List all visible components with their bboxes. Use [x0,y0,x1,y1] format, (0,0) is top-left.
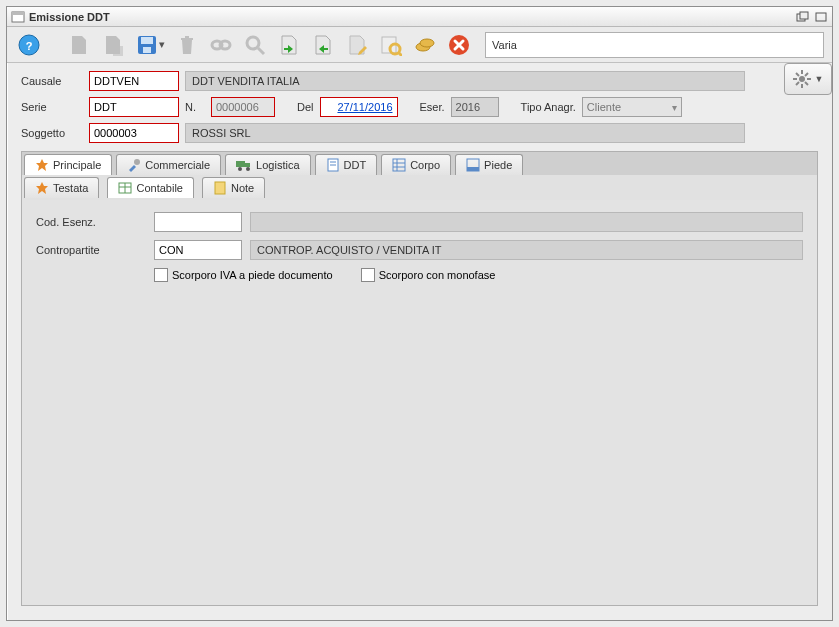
tab-label: Piede [484,159,512,171]
maximize-icon[interactable] [814,11,828,23]
scorporo-iva-checkbox[interactable]: Scorporo IVA a piede documento [154,268,333,282]
checkbox-label: Scorporo IVA a piede documento [172,269,333,281]
svg-point-34 [238,167,242,171]
svg-rect-1 [12,12,24,15]
context-display: Varia [485,32,824,58]
checkbox-label: Scorporo con monofase [379,269,496,281]
svg-marker-45 [36,182,48,194]
app-icon [11,10,25,24]
serie-field[interactable]: DDT [89,97,179,117]
svg-marker-30 [36,159,48,171]
svg-line-17 [399,53,402,56]
minimize-restore-icon[interactable] [796,11,810,23]
numero-label: N. [185,101,205,113]
edit-doc-button[interactable] [343,31,371,59]
svg-rect-33 [245,163,250,167]
import-button[interactable] [275,31,303,59]
numero-field[interactable]: 0000006 [211,97,275,117]
svg-point-35 [246,167,250,171]
svg-rect-4 [816,13,826,21]
window-title: Emissione DDT [29,11,792,23]
link-button[interactable] [207,31,235,59]
tipoanagr-select[interactable]: Cliente [582,97,682,117]
scorporo-monofase-checkbox[interactable]: Scorporo con monofase [361,268,496,282]
codesenz-label: Cod. Esenz. [36,216,146,228]
svg-point-31 [134,159,140,165]
eser-label: Eser. [420,101,445,113]
contropartite-field[interactable]: CON [154,240,242,260]
checkbox-box [154,268,168,282]
soggetto-field[interactable]: 0000003 [89,123,179,143]
export-button[interactable] [309,31,337,59]
titlebar: Emissione DDT [7,7,832,27]
causale-value: DDTVEN [94,75,139,87]
del-label: Del [297,101,314,113]
sub-tabstrip: Testata Contabile Note [21,175,818,200]
svg-line-27 [805,82,808,85]
serie-value: DDT [94,101,117,113]
svg-line-28 [805,73,808,76]
new-doc-button[interactable] [65,31,93,59]
ledger-icon [118,181,132,195]
tab-label: Logistica [256,159,299,171]
footer-icon [466,158,480,172]
svg-rect-39 [393,159,405,171]
tab-logistica[interactable]: Logistica [225,154,310,175]
subtab-note[interactable]: Note [202,177,265,198]
tab-label: Corpo [410,159,440,171]
svg-text:?: ? [26,40,33,52]
checkbox-box [361,268,375,282]
svg-point-21 [799,76,805,82]
svg-rect-44 [467,167,479,171]
trash-button[interactable] [173,31,201,59]
codesenz-field[interactable] [154,212,242,232]
tipoanagr-label: Tipo Anagr. [521,101,576,113]
svg-line-29 [796,82,799,85]
star-icon [35,181,49,195]
svg-rect-32 [236,161,245,167]
note-icon [213,181,227,195]
tab-label: DDT [344,159,367,171]
causale-field[interactable]: DDTVEN [89,71,179,91]
svg-point-13 [247,37,259,49]
tipoanagr-value: Cliente [587,101,621,113]
tab-ddt[interactable]: DDT [315,154,378,175]
tab-corpo[interactable]: Corpo [381,154,451,175]
tools-icon [127,158,141,172]
svg-rect-7 [113,46,123,56]
del-field[interactable]: 27/11/2016 [320,97,398,117]
svg-point-19 [420,39,434,47]
del-value: 27/11/2016 [337,101,392,113]
help-button[interactable]: ? [15,31,43,59]
codesenz-desc [250,212,803,232]
tab-principale[interactable]: Principale [24,154,112,175]
svg-rect-10 [143,47,151,53]
preview-button[interactable] [377,31,405,59]
tab-piede[interactable]: Piede [455,154,523,175]
contropartite-desc: CONTROP. ACQUISTO / VENDITA IT [250,240,803,260]
search-button[interactable] [241,31,269,59]
new-doc2-button[interactable] [99,31,127,59]
soggetto-value: 0000003 [94,127,137,139]
save-dropdown[interactable]: ▾ [157,38,167,51]
numero-value: 0000006 [216,101,259,113]
causale-label: Causale [21,75,83,87]
eser-field: 2016 [451,97,499,117]
svg-rect-9 [141,37,153,44]
currency-button[interactable] [411,31,439,59]
svg-line-14 [258,48,264,54]
doc-icon [326,158,340,172]
tab-commerciale[interactable]: Commerciale [116,154,221,175]
panel-contabile: Cod. Esenz. Contropartite CON CONTROP. A… [21,200,818,606]
settings-button[interactable]: ▼ [784,63,832,95]
svg-rect-3 [800,12,808,19]
eser-value: 2016 [456,101,480,113]
grid-icon [392,158,406,172]
chevron-down-icon: ▼ [815,74,824,84]
tab-label: Principale [53,159,101,171]
subtab-contabile[interactable]: Contabile [107,177,193,198]
subtab-testata[interactable]: Testata [24,177,99,198]
main-tabstrip: Principale Commerciale Logistica DDT Cor… [21,151,818,175]
close-button[interactable] [445,31,473,59]
tab-label: Testata [53,182,88,194]
